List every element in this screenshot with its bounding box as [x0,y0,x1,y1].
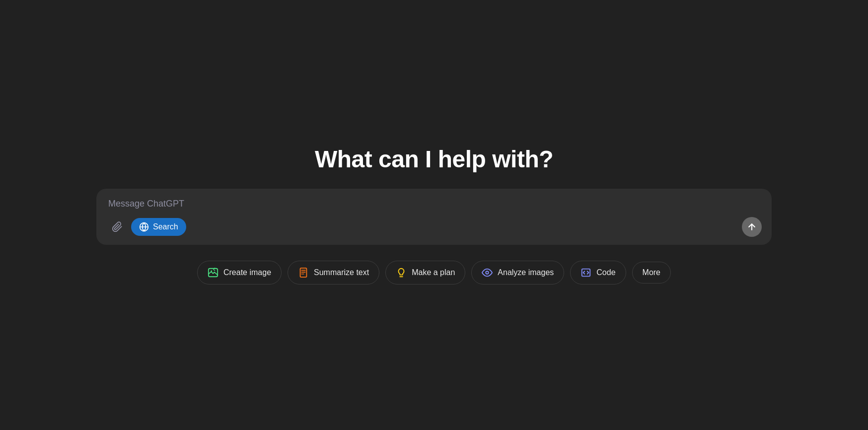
send-icon [747,222,757,232]
page-headline: What can I help with? [315,145,553,173]
chip-analyze-images-label: Analyze images [498,268,554,277]
search-label: Search [153,222,178,231]
svg-point-9 [486,271,489,274]
attach-button[interactable] [108,218,126,236]
lightbulb-icon [396,267,407,278]
chip-code[interactable]: Code [570,261,626,285]
message-input[interactable] [108,199,762,209]
chip-create-image-label: Create image [223,268,271,277]
search-button[interactable]: Search [131,218,186,236]
chip-summarize-text[interactable]: Summarize text [288,261,379,285]
paperclip-icon [112,221,123,232]
code-icon [580,267,591,278]
chip-analyze-images[interactable]: Analyze images [471,261,564,285]
action-chips: Create image Summarize text Make a pl [197,261,671,285]
toolbar-left: Search [108,218,186,236]
chip-make-a-plan[interactable]: Make a plan [385,261,465,285]
chip-more[interactable]: More [632,262,671,284]
globe-icon [139,222,149,232]
input-toolbar: Search [108,217,762,237]
send-button[interactable] [742,217,762,237]
eye-icon [482,267,493,278]
main-container: What can I help with? [0,145,868,285]
svg-rect-5 [300,268,307,277]
chat-input-area: Search [96,189,772,245]
chip-code-label: Code [596,268,615,277]
chip-make-a-plan-label: Make a plan [412,268,455,277]
chip-summarize-text-label: Summarize text [314,268,369,277]
chip-create-image[interactable]: Create image [197,261,282,285]
document-icon [298,267,309,278]
chip-more-label: More [643,268,660,277]
image-icon [208,267,218,278]
